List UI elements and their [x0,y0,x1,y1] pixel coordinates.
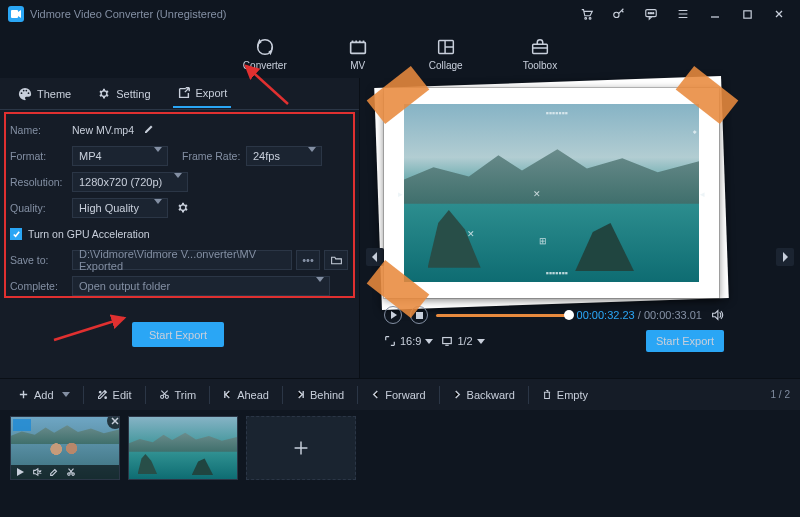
complete-select[interactable]: Open output folder [72,276,330,296]
title-bar: Vidmore Video Converter (Unregistered) [0,0,800,28]
clip-thumbnail[interactable] [10,416,120,480]
close-button[interactable] [766,1,792,27]
resolution-label: Resolution: [10,176,72,188]
resolution-select[interactable]: 1280x720 (720p) [72,172,188,192]
time-display: 00:00:32.23 / 00:00:33.01 [577,309,702,321]
trim-button[interactable]: Trim [151,385,205,405]
svg-rect-14 [443,338,452,344]
add-clip-button[interactable] [246,416,356,480]
tab-label: MV [350,60,365,71]
tab-label: Collage [429,60,463,71]
gpu-checkbox[interactable] [10,228,22,240]
toolbar-label: Ahead [237,389,269,401]
minimize-button[interactable] [702,1,728,27]
clip-mute-icon[interactable] [32,467,42,477]
svg-point-20 [72,473,75,476]
tab-toolbox[interactable]: Toolbox [517,32,563,75]
timeline [0,410,800,509]
tab-collage[interactable]: Collage [423,32,469,75]
svg-rect-10 [350,42,365,53]
svg-rect-0 [11,10,18,18]
app-logo [8,6,24,22]
forward-button[interactable]: Forward [363,385,433,405]
app-title: Vidmore Video Converter (Unregistered) [30,8,226,20]
start-export-button[interactable]: Start Export [132,322,224,347]
framerate-label: Frame Rate: [182,150,246,162]
screen-value: 1/2 [457,335,472,347]
complete-label: Complete: [10,280,72,292]
browse-button[interactable]: ••• [296,250,320,270]
quality-select[interactable]: High Quality [72,198,168,218]
behind-button[interactable]: Behind [288,385,352,405]
tab-mv[interactable]: MV [341,32,375,75]
quality-label: Quality: [10,202,72,214]
sub-tabs: Theme Setting Export [0,78,359,110]
format-label: Format: [10,150,72,162]
svg-point-18 [165,395,168,398]
ratio-value: 16:9 [400,335,421,347]
volume-icon[interactable] [710,308,724,322]
main-tabs: Converter MV Collage Toolbox [0,28,800,78]
clip-toolbar: Add Edit Trim Ahead Behind Forward Backw… [0,378,800,410]
tab-converter[interactable]: Converter [237,32,293,75]
start-export-button-right[interactable]: Start Export [646,330,724,352]
export-form: Name: New MV.mp4 Format: MP4 Frame Rate:… [0,110,359,308]
svg-point-2 [589,18,591,20]
start-export-label: Start Export [149,329,207,341]
toolbar-label: Trim [175,389,197,401]
complete-value: Open output folder [79,280,170,292]
aspect-ratio-select[interactable]: 16:9 [384,335,433,347]
svg-point-7 [653,13,654,14]
backward-button[interactable]: Backward [445,385,523,405]
cart-icon[interactable] [574,1,600,27]
page-indicator: 1 / 2 [771,389,790,400]
screen-scale-select[interactable]: 1/2 [441,335,484,347]
format-value: MP4 [79,150,102,162]
maximize-button[interactable] [734,1,760,27]
feedback-icon[interactable] [638,1,664,27]
clip-play-icon[interactable] [15,467,25,477]
add-button[interactable]: Add [10,385,78,405]
player-controls: 00:00:32.23 / 00:00:33.01 [384,306,724,324]
annotation-arrow-icon [52,310,130,342]
toolbar-label: Forward [385,389,425,401]
remove-clip-icon[interactable] [107,416,120,429]
seek-slider[interactable] [436,314,569,317]
subtab-setting[interactable]: Setting [93,81,154,107]
tab-label: Toolbox [523,60,557,71]
clip-thumbnail[interactable] [128,416,238,480]
format-select[interactable]: MP4 [72,146,168,166]
quality-value: High Quality [79,202,139,214]
svg-rect-13 [416,312,423,319]
quality-settings-icon[interactable] [176,201,190,215]
key-icon[interactable] [606,1,632,27]
svg-point-16 [104,397,106,399]
saveto-field[interactable]: D:\Vidmore\Vidmore V...onverter\MV Expor… [72,250,292,270]
empty-button[interactable]: Empty [534,385,596,405]
edit-button[interactable]: Edit [89,385,140,405]
toolbar-label: Behind [310,389,344,401]
svg-point-6 [650,13,651,14]
toolbar-label: Add [34,389,54,401]
svg-rect-12 [533,44,548,53]
svg-point-3 [614,12,619,17]
subtab-theme[interactable]: Theme [14,81,75,107]
clip-trim-icon[interactable] [66,467,76,477]
saveto-label: Save to: [10,254,72,266]
framerate-select[interactable]: 24fps [246,146,322,166]
video-preview[interactable]: ▪▪▪▪▪▪▪ ⬥ ▸ ◂ ✕ ✕ ⊞ ▪▪▪▪▪▪▪ [384,88,719,298]
menu-icon[interactable] [670,1,696,27]
framerate-value: 24fps [253,150,280,162]
start-export-label: Start Export [656,335,714,347]
player-options: 16:9 1/2 Start Export [384,330,724,352]
toolbar-label: Empty [557,389,588,401]
subtab-export[interactable]: Export [173,80,232,108]
ahead-button[interactable]: Ahead [215,385,277,405]
subtab-label: Setting [116,88,150,100]
edit-name-icon[interactable] [142,124,154,136]
open-folder-icon[interactable] [324,250,348,270]
next-clip-icon[interactable] [776,248,794,266]
clip-edit-icon[interactable] [49,467,59,477]
svg-point-1 [585,18,587,20]
clip-toolbar [11,465,119,479]
